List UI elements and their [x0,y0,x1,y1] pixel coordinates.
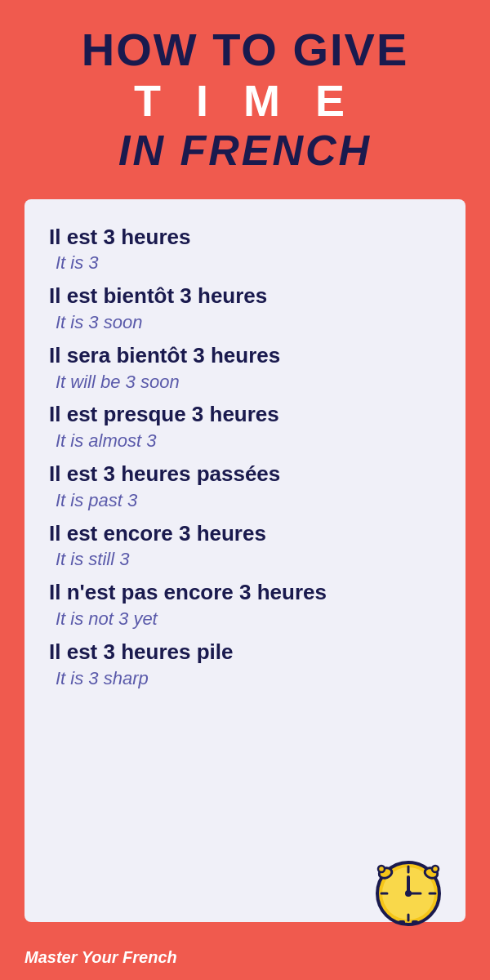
header-section: HOW TO GIVE T I M E IN FRENCH [0,0,490,191]
phrase-group-0: Il est 3 heuresIt is 3 [49,224,441,277]
brand-label: Master Your French [24,948,466,967]
french-text-5: Il est encore 3 heures [49,520,441,548]
phrase-group-1: Il est bientôt 3 heuresIt is 3 soon [49,283,441,336]
english-text-7: It is 3 sharp [49,666,441,692]
french-text-7: Il est 3 heures pile [49,639,441,666]
phrases-container: Il est 3 heuresIt is 3Il est bientôt 3 h… [49,224,441,692]
french-text-1: Il est bientôt 3 heures [49,283,441,310]
phrase-group-4: Il est 3 heures passéesIt is past 3 [49,461,441,514]
content-area: Il est 3 heuresIt is 3Il est bientôt 3 h… [0,191,490,938]
french-text-6: Il n'est pas encore 3 heures [49,579,441,607]
footer-section: Master Your French [0,938,490,980]
english-text-2: It will be 3 soon [49,370,441,395]
phrase-group-5: Il est encore 3 heuresIt is still 3 [49,520,441,573]
svg-rect-14 [412,920,418,924]
svg-point-5 [432,866,439,872]
phrase-group-3: Il est presque 3 heuresIt is almost 3 [49,401,441,454]
english-text-6: It is not 3 yet [49,607,441,632]
svg-point-12 [405,890,412,897]
french-text-4: Il est 3 heures passées [49,461,441,488]
english-text-1: It is 3 soon [49,310,441,336]
header-line1: HOW TO GIVE [33,24,457,75]
french-text-2: Il sera bientôt 3 heures [49,342,441,370]
french-text-0: Il est 3 heures [49,224,441,252]
english-text-5: It is still 3 [49,547,441,572]
white-content-box: Il est 3 heuresIt is 3Il est bientôt 3 h… [24,199,466,922]
header-line3: IN FRENCH [33,126,457,175]
phrase-group-2: Il sera bientôt 3 heuresIt will be 3 soo… [49,342,441,395]
french-text-3: Il est presque 3 heures [49,401,441,429]
english-text-4: It is past 3 [49,488,441,514]
svg-point-4 [378,866,385,872]
phrase-group-6: Il n'est pas encore 3 heuresIt is not 3 … [49,579,441,632]
clock-icon [368,849,449,930]
phrase-group-7: Il est 3 heures pileIt is 3 sharp [49,639,441,692]
svg-rect-13 [399,920,405,924]
english-text-3: It is almost 3 [49,429,441,454]
header-line2: T I M E [33,75,457,126]
english-text-0: It is 3 [49,251,441,276]
